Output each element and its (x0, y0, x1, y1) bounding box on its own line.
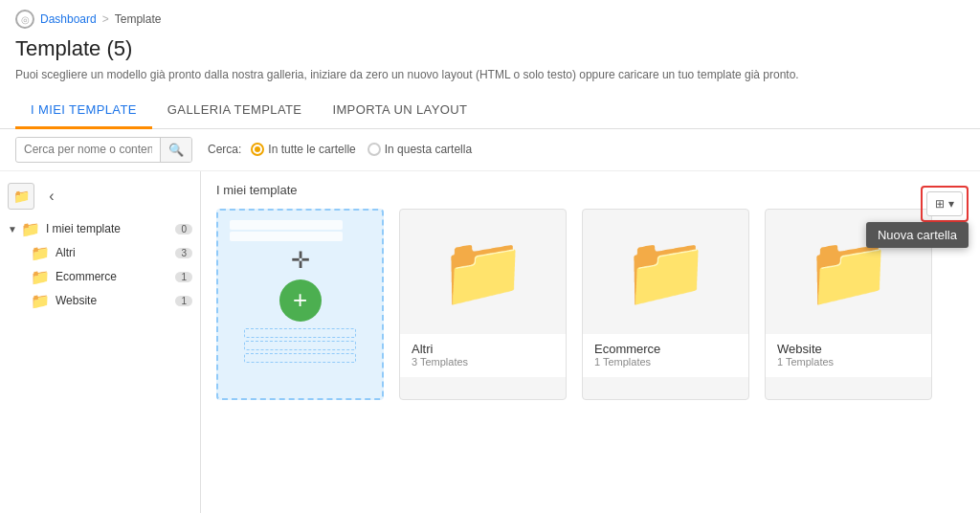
content-area: I miei template ⊞ ▾ Nuova cartella (201, 171, 980, 513)
grid-icon: ⊞ (935, 197, 945, 211)
caret-icon: ▼ (8, 224, 17, 234)
main-area: 📁 ‹ ▼ 📁 I miei template 0 📁 Altri 3 📁 (0, 171, 980, 513)
page-description: Puoi scegliere un modello già pronto dal… (0, 65, 980, 93)
template-grid: ✛ + 📁 Altri 3 Templates (216, 209, 965, 400)
folder-card-info-altri: Altri 3 Templates (400, 334, 566, 377)
folder-name-website: Website (777, 342, 920, 356)
page-title: Template (5) (0, 33, 980, 65)
highlight-box: ⊞ ▾ (921, 186, 969, 222)
sidebar-item-root[interactable]: ▼ 📁 I miei template 0 (0, 217, 200, 241)
tab-my-templates[interactable]: I MIEI TEMPLATE (15, 93, 152, 129)
view-button[interactable]: ⊞ ▾ (926, 191, 963, 216)
sidebar-tree: ▼ 📁 I miei template 0 📁 Altri 3 📁 Ecomme… (0, 213, 200, 317)
breadcrumb-icon: ◎ (15, 10, 34, 29)
dropdown-menu[interactable]: Nuova cartella (866, 222, 969, 248)
folder-big-icon-altri: 📁 (440, 231, 526, 312)
search-this-option[interactable]: In questa cartella (368, 143, 472, 156)
sidebar-label-website: Website (56, 294, 171, 307)
breadcrumb-separator: > (102, 12, 109, 26)
dropdown-label: Nuova cartella (878, 228, 957, 242)
content-header: I miei template ⊞ ▾ Nuova cartella (216, 183, 965, 197)
search-all-label: In tutte le cartelle (268, 143, 355, 156)
breadcrumb-dashboard-link[interactable]: Dashboard (40, 12, 97, 26)
upload-icon: 📁 (13, 189, 30, 204)
upload-button[interactable]: 📁 (8, 183, 34, 210)
move-cross-icon: ✛ (291, 247, 310, 274)
badge-website: 1 (175, 296, 192, 306)
breadcrumb-current: Template (115, 12, 162, 26)
badge-ecommerce: 1 (175, 272, 192, 282)
folder-card-inner-ecommerce: 📁 (583, 210, 748, 334)
collapse-sidebar-button[interactable]: ‹ (38, 183, 65, 210)
folder-card-inner-altri: 📁 (400, 210, 566, 334)
sidebar-item-ecommerce[interactable]: 📁 Ecommerce 1 (23, 265, 200, 289)
tab-import[interactable]: IMPORTA UN LAYOUT (317, 93, 482, 129)
sidebar-toolbar: 📁 ‹ (0, 179, 200, 213)
folder-count-altri: 3 Templates (412, 356, 554, 368)
new-template-card[interactable]: ✛ + (216, 209, 384, 400)
radio-this-dot (368, 143, 381, 156)
chevron-down-icon: ▾ (948, 197, 954, 211)
root-badge: 0 (175, 224, 192, 234)
sidebar-item-website[interactable]: 📁 Website 1 (23, 289, 200, 313)
add-template-button[interactable]: + (279, 279, 322, 322)
tab-gallery[interactable]: GALLERIA TEMPLATE (152, 93, 318, 129)
search-input[interactable] (16, 138, 160, 161)
sidebar-label-ecommerce: Ecommerce (56, 270, 171, 283)
layout-block-1 (230, 220, 343, 230)
folder-count-ecommerce: 1 Templates (594, 356, 737, 368)
dashed-row-2 (244, 341, 357, 350)
layout-block-2 (230, 232, 343, 241)
search-label: Cerca: (208, 143, 241, 156)
sidebar: 📁 ‹ ▼ 📁 I miei template 0 📁 Altri 3 📁 (0, 171, 201, 513)
root-folder-label: I miei template (46, 222, 172, 235)
folder-icon-altri: 📁 (31, 244, 50, 262)
radio-all-dot (251, 143, 264, 156)
sidebar-item-altri[interactable]: 📁 Altri 3 (23, 241, 200, 265)
root-folder-icon: 📁 (21, 220, 40, 238)
content-title: I miei template (216, 183, 298, 197)
new-card-top (218, 211, 382, 243)
sidebar-label-altri: Altri (56, 246, 171, 259)
folder-card-info-website: Website 1 Templates (766, 334, 931, 377)
search-button[interactable]: 🔍 (160, 138, 191, 162)
folder-count-website: 1 Templates (777, 356, 920, 368)
search-all-option[interactable]: In tutte le cartelle (251, 143, 355, 156)
folder-card-ecommerce[interactable]: 📁 Ecommerce 1 Templates (582, 209, 749, 400)
search-radio-group: In tutte le cartelle In questa cartella (251, 143, 472, 156)
folder-name-ecommerce: Ecommerce (594, 342, 737, 356)
search-input-wrap: 🔍 (15, 137, 192, 163)
sidebar-children: 📁 Altri 3 📁 Ecommerce 1 📁 Website 1 (0, 241, 200, 313)
dashed-rows (218, 322, 382, 369)
search-bar: 🔍 Cerca: In tutte le cartelle In questa … (0, 129, 980, 171)
folder-icon-ecommerce: 📁 (31, 268, 50, 286)
search-this-label: In questa cartella (385, 143, 472, 156)
badge-altri: 3 (175, 248, 192, 258)
folder-big-icon-ecommerce: 📁 (623, 231, 709, 312)
breadcrumb: ◎ Dashboard > Template (0, 0, 980, 33)
folder-name-altri: Altri (412, 342, 554, 356)
tabs-bar: I MIEI TEMPLATE GALLERIA TEMPLATE IMPORT… (0, 93, 980, 129)
folder-card-info-ecommerce: Ecommerce 1 Templates (583, 334, 748, 377)
collapse-icon: ‹ (49, 188, 54, 205)
folder-icon-website: 📁 (31, 292, 50, 310)
folder-card-altri[interactable]: 📁 Altri 3 Templates (399, 209, 567, 400)
dashed-row-1 (244, 328, 357, 338)
dashed-row-3 (244, 353, 357, 363)
